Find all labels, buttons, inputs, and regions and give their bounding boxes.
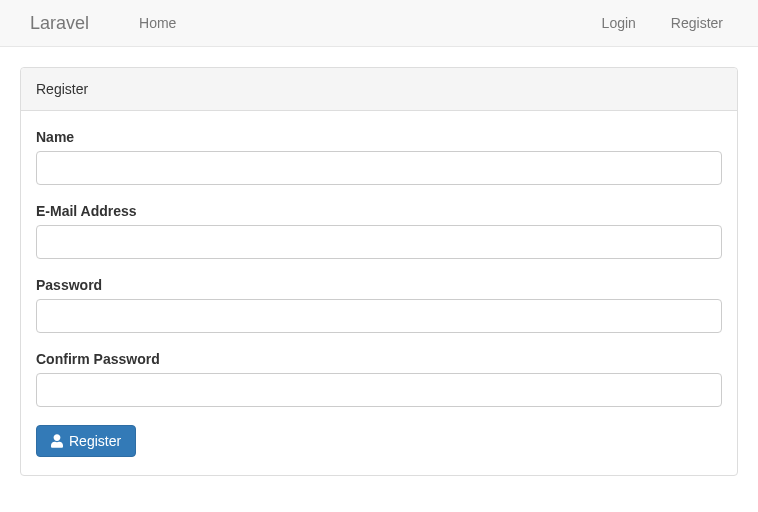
- navbar-right: Login Register: [592, 3, 743, 43]
- confirm-password-input[interactable]: [36, 373, 722, 407]
- email-label: E-Mail Address: [36, 203, 722, 219]
- panel-body: Name E-Mail Address Password Confirm Pas…: [21, 111, 737, 475]
- name-label: Name: [36, 129, 722, 145]
- nav-home[interactable]: Home: [129, 3, 186, 43]
- confirm-password-label: Confirm Password: [36, 351, 722, 367]
- navbar-brand[interactable]: Laravel: [15, 1, 104, 46]
- user-icon: [51, 434, 63, 448]
- register-form: Name E-Mail Address Password Confirm Pas…: [36, 129, 722, 457]
- navbar-left: Laravel Home: [15, 1, 186, 46]
- nav-login[interactable]: Login: [592, 3, 646, 43]
- name-input[interactable]: [36, 151, 722, 185]
- register-button-label: Register: [69, 433, 121, 449]
- register-button[interactable]: Register: [36, 425, 136, 457]
- panel-heading: Register: [21, 68, 737, 111]
- password-label: Password: [36, 277, 722, 293]
- register-panel: Register Name E-Mail Address Password Co…: [20, 67, 738, 476]
- form-group-name: Name: [36, 129, 722, 185]
- form-group-email: E-Mail Address: [36, 203, 722, 259]
- email-input[interactable]: [36, 225, 722, 259]
- form-group-confirm-password: Confirm Password: [36, 351, 722, 407]
- main-container: Register Name E-Mail Address Password Co…: [0, 47, 758, 512]
- password-input[interactable]: [36, 299, 722, 333]
- form-group-password: Password: [36, 277, 722, 333]
- navbar: Laravel Home Login Register: [0, 0, 758, 47]
- nav-register[interactable]: Register: [661, 3, 733, 43]
